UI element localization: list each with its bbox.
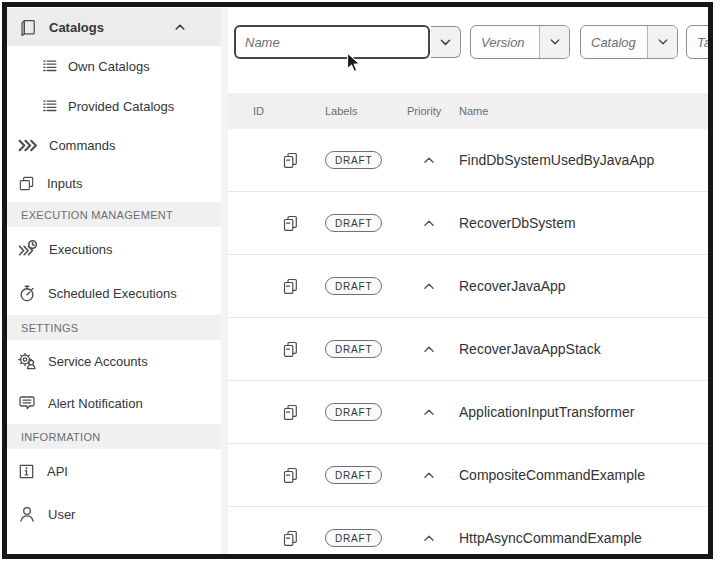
chevron-up-icon [420, 151, 459, 169]
command-name: ApplicationInputTransformer [459, 404, 708, 420]
filter-bar: Version Catalog Ta [228, 25, 708, 59]
table-body: DRAFT FindDbSystemUsedByJavaApp DRAFT [228, 129, 708, 554]
catalog-filter-label: Catalog [581, 26, 647, 58]
sidebar-item-commands[interactable]: Commands [7, 126, 225, 164]
column-header-name: Name [459, 105, 708, 117]
command-name: HttpAsyncCommandExample [459, 530, 708, 546]
command-name: RecoverJavaApp [459, 278, 708, 294]
inputs-icon [17, 174, 36, 193]
command-name: FindDbSystemUsedByJavaApp [459, 152, 708, 168]
chevron-up-icon [420, 403, 459, 421]
list-icon [41, 57, 59, 75]
sidebar-item-label: Alert Notification [48, 396, 143, 411]
sidebar-item-label: Provided Catalogs [68, 99, 174, 114]
name-filter-input[interactable] [234, 25, 430, 59]
status-badge: DRAFT [325, 466, 382, 484]
table-row[interactable]: DRAFT RecoverDbSystem [228, 192, 708, 255]
table-row[interactable]: DRAFT HttpAsyncCommandExample [228, 507, 708, 554]
sidebar-item-label: Commands [49, 138, 115, 153]
main-content: Version Catalog Ta ID Labels Priority Na… [228, 7, 708, 554]
sidebar-group-settings: SETTINGS [7, 315, 225, 340]
list-icon [41, 97, 59, 115]
table-row[interactable]: DRAFT CompositeCommandExample [228, 444, 708, 507]
chevron-up-icon [420, 529, 459, 547]
sidebar: Catalogs Own Catalogs Provided Catalogs [7, 7, 225, 554]
sidebar-item-executions[interactable]: Executions [7, 227, 225, 271]
chevron-up-icon[interactable] [173, 20, 187, 34]
table-row[interactable]: DRAFT RecoverJavaAppStack [228, 318, 708, 381]
table-row[interactable]: DRAFT FindDbSystemUsedByJavaApp [228, 129, 708, 192]
sidebar-item-label: Inputs [47, 176, 82, 191]
tags-filter-dropdown[interactable]: Ta [686, 25, 708, 59]
status-badge: DRAFT [325, 403, 382, 421]
scheduled-executions-icon [17, 283, 37, 303]
sidebar-item-alert-notification[interactable]: Alert Notification [7, 382, 225, 424]
status-badge: DRAFT [325, 340, 382, 358]
table-header: ID Labels Priority Name [228, 93, 708, 129]
chevron-up-icon [420, 214, 459, 232]
sidebar-item-service-accounts[interactable]: Service Accounts [7, 340, 225, 382]
chevron-up-icon [420, 466, 459, 484]
sidebar-group-information: INFORMATION [7, 424, 225, 449]
sidebar-divider [221, 7, 228, 554]
status-badge: DRAFT [325, 277, 382, 295]
sidebar-item-label: Executions [49, 242, 113, 257]
executions-icon [17, 239, 38, 260]
sidebar-group-label: SETTINGS [21, 322, 78, 334]
command-name: RecoverJavaAppStack [459, 341, 708, 357]
version-filter-label: Version [471, 26, 539, 58]
copy-icon[interactable] [254, 528, 325, 548]
status-badge: DRAFT [325, 529, 382, 547]
chevron-down-icon[interactable] [431, 26, 461, 58]
column-header-priority: Priority [407, 105, 459, 117]
copy-icon[interactable] [254, 276, 325, 296]
sidebar-item-label: User [48, 507, 75, 522]
version-filter-dropdown[interactable]: Version [470, 25, 570, 59]
sidebar-group-label: EXECUTION MANAGEMENT [21, 209, 173, 221]
sidebar-item-label: Service Accounts [48, 354, 148, 369]
sidebar-item-label: Scheduled Executions [48, 286, 177, 301]
copy-icon[interactable] [254, 213, 325, 233]
name-filter-combo [234, 25, 461, 59]
sidebar-item-api[interactable]: API [7, 449, 225, 493]
tags-filter-label: Ta [687, 26, 708, 58]
sidebar-item-label: API [47, 464, 68, 479]
copy-icon[interactable] [254, 150, 325, 170]
chevron-up-icon [420, 277, 459, 295]
command-name: CompositeCommandExample [459, 467, 708, 483]
sidebar-item-catalogs[interactable]: Catalogs [7, 8, 225, 46]
sidebar-item-user[interactable]: User [7, 493, 225, 535]
sidebar-item-own-catalogs[interactable]: Own Catalogs [7, 46, 225, 86]
column-header-labels: Labels [325, 105, 407, 117]
sidebar-group-label: INFORMATION [21, 431, 100, 443]
app-window: Catalogs Own Catalogs Provided Catalogs [2, 2, 713, 559]
api-icon [17, 462, 36, 481]
copy-icon[interactable] [254, 402, 325, 422]
sidebar-item-scheduled-executions[interactable]: Scheduled Executions [7, 271, 225, 315]
chevron-down-icon[interactable] [539, 26, 569, 58]
status-badge: DRAFT [325, 214, 382, 232]
alert-notification-icon [17, 393, 37, 413]
copy-icon[interactable] [254, 339, 325, 359]
status-badge: DRAFT [325, 151, 382, 169]
catalog-filter-dropdown[interactable]: Catalog [580, 25, 678, 59]
sidebar-item-provided-catalogs[interactable]: Provided Catalogs [7, 86, 225, 126]
command-name: RecoverDbSystem [459, 215, 708, 231]
catalogs-icon [17, 17, 38, 38]
sidebar-item-inputs[interactable]: Inputs [7, 164, 225, 202]
table-row[interactable]: DRAFT RecoverJavaApp [228, 255, 708, 318]
chevron-up-icon [420, 340, 459, 358]
copy-icon[interactable] [254, 465, 325, 485]
sidebar-group-execution-management: EXECUTION MANAGEMENT [7, 202, 225, 227]
user-icon [17, 504, 37, 524]
commands-icon [17, 135, 38, 156]
column-header-id: ID [253, 105, 325, 117]
service-accounts-icon [17, 351, 37, 371]
sidebar-item-label: Own Catalogs [68, 59, 150, 74]
chevron-down-icon[interactable] [647, 26, 677, 58]
sidebar-item-label: Catalogs [49, 20, 104, 35]
table-row[interactable]: DRAFT ApplicationInputTransformer [228, 381, 708, 444]
